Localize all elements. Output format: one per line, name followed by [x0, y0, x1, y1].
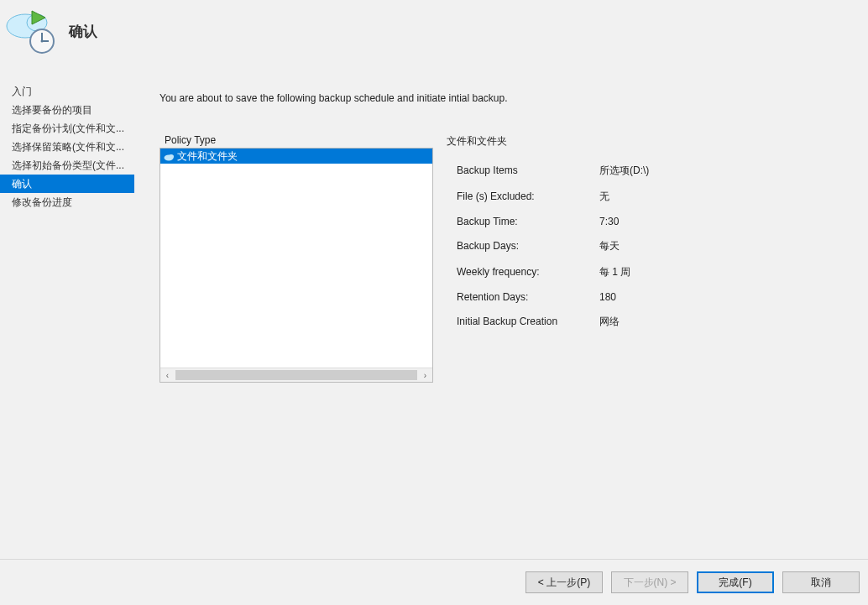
detail-label: Retention Days:: [457, 291, 599, 303]
wizard-buttons: < 上一步(P) 下一步(N) > 完成(F) 取消: [526, 571, 860, 593]
detail-label: Backup Time:: [457, 216, 599, 227]
finish-button[interactable]: 完成(F): [697, 571, 774, 593]
detail-value: 每天: [599, 239, 834, 253]
cancel-button[interactable]: 取消: [782, 571, 860, 593]
next-button: 下一步(N) >: [611, 571, 688, 593]
sidebar-item-confirm[interactable]: 确认: [0, 175, 134, 193]
detail-value: 所选项(D:\): [599, 164, 834, 178]
backup-details-panel: 文件和文件夹 Backup Items 所选项(D:\) File (s) Ex…: [447, 134, 834, 383]
button-separator: [0, 559, 868, 560]
wizard-header: 确认: [0, 0, 868, 67]
detail-row-initial-creation: Initial Backup Creation 网络: [447, 315, 834, 329]
page-title: 确认: [69, 22, 97, 41]
detail-value: 无: [599, 190, 834, 204]
detail-value: 网络: [599, 315, 834, 329]
detail-label: Initial Backup Creation: [457, 316, 599, 327]
detail-row-retention: Retention Days: 180: [447, 291, 834, 303]
detail-row-backup-time: Backup Time: 7:30: [447, 216, 834, 227]
details-title: 文件和文件夹: [447, 134, 834, 149]
detail-row-backup-days: Backup Days: 每天: [447, 239, 834, 253]
sidebar-item-select-items[interactable]: 选择要备份的项目: [12, 101, 134, 119]
sidebar-item-initial-type[interactable]: 选择初始备份类型(文件...: [12, 156, 134, 175]
policy-row-label: 文件和文件夹: [177, 149, 238, 164]
svg-point-7: [169, 154, 174, 159]
back-button[interactable]: < 上一步(P): [526, 571, 603, 593]
detail-label: File (s) Excluded:: [457, 190, 599, 202]
horizontal-scrollbar[interactable]: ‹ ›: [160, 368, 432, 382]
detail-row-weekly-freq: Weekly frequency: 每 1 周: [447, 265, 834, 279]
wizard-steps-sidebar: 入门 选择要备份的项目 指定备份计划(文件和文... 选择保留策略(文件和文..…: [0, 67, 134, 554]
scroll-thumb[interactable]: [175, 370, 417, 380]
detail-label: Backup Days:: [457, 240, 599, 252]
sidebar-item-schedule[interactable]: 指定备份计划(文件和文...: [12, 119, 134, 138]
detail-row-excluded: File (s) Excluded: 无: [447, 190, 834, 204]
backup-cloud-clock-icon: [3, 8, 59, 55]
main-panel: You are about to save the following back…: [134, 67, 868, 554]
detail-row-backup-items: Backup Items 所选项(D:\): [447, 164, 834, 178]
sidebar-item-retention[interactable]: 选择保留策略(文件和文...: [12, 138, 134, 156]
sidebar-item-intro[interactable]: 入门: [12, 82, 134, 101]
policy-type-panel: Policy Type 文件和文件夹 ‹: [159, 134, 433, 383]
intro-text: You are about to save the following back…: [159, 92, 834, 104]
detail-label: Backup Items: [457, 164, 599, 176]
policy-type-list[interactable]: 文件和文件夹 ‹ ›: [159, 148, 433, 383]
scroll-right-icon[interactable]: ›: [418, 368, 432, 383]
cloud-icon: [164, 152, 175, 160]
scroll-left-icon[interactable]: ‹: [160, 368, 175, 383]
policy-row-files-folders[interactable]: 文件和文件夹: [160, 149, 432, 164]
sidebar-item-progress[interactable]: 修改备份进度: [12, 193, 134, 211]
detail-value: 每 1 周: [599, 265, 834, 279]
detail-value: 7:30: [599, 216, 834, 227]
svg-point-5: [41, 40, 44, 43]
detail-value: 180: [599, 291, 834, 303]
policy-type-header: Policy Type: [159, 134, 433, 148]
detail-label: Weekly frequency:: [457, 266, 599, 278]
